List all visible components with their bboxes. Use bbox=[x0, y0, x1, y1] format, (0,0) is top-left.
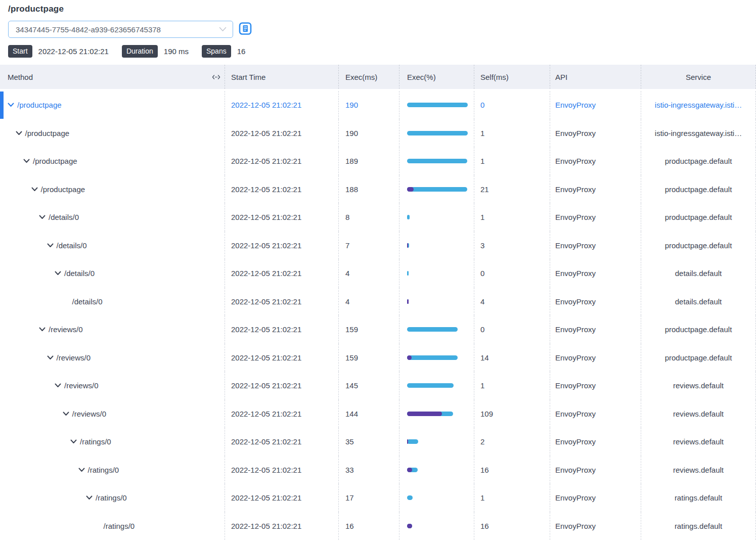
table-row[interactable]: /productpage 2022-12-05 21:02:21 189 1 E… bbox=[0, 147, 756, 175]
table-row[interactable]: /ratings/0 2022-12-05 21:02:21 17 1 Envo… bbox=[0, 484, 756, 512]
method-toggle[interactable]: /ratings/0 bbox=[78, 466, 119, 474]
method-toggle[interactable]: /details/0 bbox=[47, 241, 87, 250]
chevron-down-icon[interactable] bbox=[86, 495, 93, 500]
api-cell: EnvoyProxy bbox=[550, 119, 641, 148]
exec-pct-cell bbox=[399, 315, 474, 344]
api-cell: EnvoyProxy bbox=[550, 400, 641, 428]
exec-ms-cell: 159 bbox=[339, 344, 399, 372]
table-row[interactable]: /productpage 2022-12-05 21:02:21 188 21 … bbox=[0, 175, 756, 204]
exec-pct-cell bbox=[399, 91, 474, 119]
spans-value: 16 bbox=[237, 47, 246, 56]
chevron-down-icon[interactable] bbox=[47, 243, 54, 248]
self-ms-cell: 21 bbox=[474, 175, 550, 204]
exec-pct-bar-track bbox=[407, 439, 468, 444]
exec-pct-bar-track bbox=[407, 383, 468, 388]
start-time-cell: 2022-12-05 21:02:21 bbox=[225, 91, 339, 119]
self-ms-cell: 0 bbox=[474, 315, 550, 344]
api-cell: EnvoyProxy bbox=[550, 175, 641, 204]
exec-pct-bar-track bbox=[407, 103, 468, 107]
table-row[interactable]: /ratings/0 2022-12-05 21:02:21 16 16 Env… bbox=[0, 512, 756, 540]
method-label: /details/0 bbox=[57, 241, 87, 250]
table-row[interactable]: /details/0 2022-12-05 21:02:21 7 3 Envoy… bbox=[0, 232, 756, 260]
method-toggle[interactable]: /ratings/0 bbox=[70, 437, 111, 446]
method-toggle[interactable]: /productpage bbox=[16, 129, 70, 138]
table-row[interactable]: /reviews/0 2022-12-05 21:02:21 145 1 Env… bbox=[0, 372, 756, 400]
service-cell: productpage.default bbox=[641, 203, 756, 232]
table-row[interactable]: /ratings/0 2022-12-05 21:02:21 33 16 Env… bbox=[0, 456, 756, 484]
self-ms-cell: 109 bbox=[474, 400, 550, 428]
method-cell: /productpage bbox=[0, 147, 225, 175]
exec-pct-bar-track bbox=[407, 271, 468, 276]
chevron-down-icon bbox=[219, 27, 227, 32]
start-time-cell: 2022-12-05 21:02:21 bbox=[225, 119, 339, 148]
column-header-self-ms: Self(ms) bbox=[474, 65, 550, 89]
method-cell: /details/0 bbox=[0, 203, 225, 232]
self-duration-bar bbox=[407, 524, 412, 528]
exec-pct-cell bbox=[399, 484, 474, 512]
trace-id-select[interactable]: 34347445-7755-4842-a939-623656745378 bbox=[8, 21, 233, 38]
table-row[interactable]: /reviews/0 2022-12-05 21:02:21 144 109 E… bbox=[0, 400, 756, 428]
method-toggle[interactable]: /reviews/0 bbox=[47, 353, 91, 362]
chevron-down-icon[interactable] bbox=[39, 327, 46, 332]
table-row[interactable]: /reviews/0 2022-12-05 21:02:21 159 0 Env… bbox=[0, 315, 756, 344]
api-cell: EnvoyProxy bbox=[550, 484, 641, 512]
method-toggle[interactable]: /reviews/0 bbox=[63, 410, 107, 418]
table-row[interactable]: /details/0 2022-12-05 21:02:21 4 4 Envoy… bbox=[0, 288, 756, 316]
method-toggle[interactable]: /details/0 bbox=[55, 269, 95, 278]
column-header-exec-pct: Exec(%) bbox=[399, 65, 474, 89]
chevron-down-icon[interactable] bbox=[55, 383, 61, 388]
method-toggle[interactable]: /productpage bbox=[31, 185, 85, 194]
chevron-down-icon[interactable] bbox=[70, 439, 77, 444]
method-label: /details/0 bbox=[64, 269, 95, 278]
exec-duration-bar bbox=[407, 103, 468, 107]
chevron-down-icon[interactable] bbox=[8, 103, 14, 107]
method-toggle[interactable]: /reviews/0 bbox=[55, 381, 99, 390]
exec-pct-cell bbox=[399, 512, 474, 540]
chevron-down-icon[interactable] bbox=[23, 159, 30, 163]
table-row[interactable]: /ratings/0 2022-12-05 21:02:21 35 2 Envo… bbox=[0, 428, 756, 456]
chevron-down-icon[interactable] bbox=[78, 468, 85, 472]
exec-ms-cell: 159 bbox=[339, 315, 399, 344]
exec-duration-bar bbox=[407, 271, 409, 276]
table-row[interactable]: /reviews/0 2022-12-05 21:02:21 159 14 En… bbox=[0, 344, 756, 372]
method-toggle[interactable]: /details/0 bbox=[39, 213, 79, 221]
table-row[interactable]: /productpage 2022-12-05 21:02:21 190 1 E… bbox=[0, 119, 756, 148]
method-toggle[interactable]: /ratings/0 bbox=[94, 522, 135, 530]
exec-ms-cell: 4 bbox=[339, 259, 399, 288]
trace-detail-header: /productpage 34347445-7755-4842-a939-623… bbox=[0, 0, 756, 58]
table-row[interactable]: /details/0 2022-12-05 21:02:21 8 1 Envoy… bbox=[0, 203, 756, 232]
exec-pct-cell bbox=[399, 175, 474, 204]
exec-pct-cell bbox=[399, 203, 474, 232]
method-label: /reviews/0 bbox=[72, 410, 107, 418]
service-cell: reviews.default bbox=[641, 456, 756, 484]
exec-pct-bar-track bbox=[407, 468, 468, 472]
chevron-down-icon[interactable] bbox=[55, 271, 61, 276]
exec-pct-bar-track bbox=[407, 131, 468, 135]
chevron-down-icon[interactable] bbox=[63, 412, 69, 416]
chevron-down-icon[interactable] bbox=[31, 187, 38, 192]
table-row[interactable]: /productpage 2022-12-05 21:02:21 190 0 E… bbox=[0, 91, 756, 119]
chevron-down-icon[interactable] bbox=[39, 215, 46, 219]
api-cell: EnvoyProxy bbox=[550, 315, 641, 344]
column-resize-icon[interactable] bbox=[212, 74, 220, 80]
method-toggle[interactable]: /ratings/0 bbox=[86, 493, 127, 502]
self-duration-bar bbox=[407, 439, 408, 444]
exec-pct-cell bbox=[399, 259, 474, 288]
span-table: Method Start Time Exec(ms) Exec(%) Self(… bbox=[0, 65, 756, 540]
exec-ms-cell: 8 bbox=[339, 203, 399, 232]
self-ms-cell: 2 bbox=[474, 428, 550, 456]
copy-trace-id-button[interactable] bbox=[238, 22, 252, 36]
method-label: /details/0 bbox=[49, 213, 79, 221]
meta-spans: Spans 16 bbox=[202, 45, 245, 58]
spans-badge: Spans bbox=[202, 45, 231, 58]
method-toggle[interactable]: /productpage bbox=[8, 101, 62, 109]
table-row[interactable]: /details/0 2022-12-05 21:02:21 4 0 Envoy… bbox=[0, 259, 756, 288]
column-header-exec-ms: Exec(ms) bbox=[339, 65, 399, 89]
chevron-down-icon[interactable] bbox=[47, 355, 54, 360]
self-duration-bar bbox=[407, 355, 412, 360]
method-label: /ratings/0 bbox=[104, 522, 135, 530]
method-toggle[interactable]: /productpage bbox=[23, 157, 77, 165]
method-toggle[interactable]: /reviews/0 bbox=[39, 325, 83, 334]
method-toggle[interactable]: /details/0 bbox=[63, 297, 103, 306]
chevron-down-icon[interactable] bbox=[16, 131, 22, 135]
